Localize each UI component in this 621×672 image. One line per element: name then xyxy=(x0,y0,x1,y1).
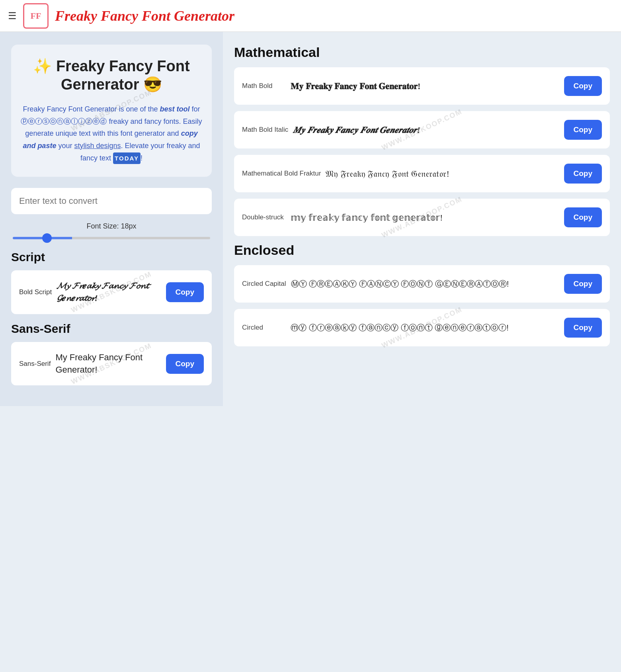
sans-serif-section-title: Sans-Serif xyxy=(11,322,212,336)
stylish-designs-link[interactable]: stylish designs xyxy=(74,142,121,150)
circled-capital-preview: ⓂⓎ ⒻⓇⒺⒶⓀⓎ ⒻⒶⓃⒸⓎ ⒻⓄⓃⓉ ⒼⒺⓃⒺⓇⒶⓉⓄⓇ! xyxy=(291,277,559,290)
math-bold-preview: 𝐌𝐲 𝐅𝐫𝐞𝐚𝐤𝐲 𝐅𝐚𝐧𝐜𝐲 𝐅𝐨𝐧𝐭 𝐆𝐞𝐧𝐞𝐫𝐚𝐭𝐨𝐫! xyxy=(291,80,559,93)
hero-description: Freaky Fancy Font Generator is one of th… xyxy=(21,103,202,164)
math-bold-italic-card: Math Bold Italic 𝑴𝒚 𝑭𝒓𝒆𝒂𝒌𝒚 𝑭𝒂𝒏𝒄𝒚 𝑭𝒐𝒏𝒕 𝑮𝒆… xyxy=(234,111,610,148)
hamburger-menu[interactable]: ☰ xyxy=(8,10,17,21)
math-bold-label: Math Bold xyxy=(242,82,286,90)
math-bold-fraktur-card: Mathematical Bold Fraktur 𝔐𝔶 𝔉𝔯𝔢𝔞𝔨𝔶 𝔉𝔞𝔫𝔠… xyxy=(234,155,610,192)
double-struck-card: Double-struck 𝕞𝕪 𝕗𝕣𝕖𝕒𝕜𝕪 𝕗𝕒𝕟𝕔𝕪 𝕗𝕠𝕟𝕥 𝕘𝕖𝕟𝕖𝕣… xyxy=(234,199,610,236)
hero-card: ✨ Freaky Fancy Font Gernerator 😎 Freaky … xyxy=(11,45,212,177)
bold-script-label: Bold Script xyxy=(19,288,52,296)
script-section-title: Script xyxy=(11,250,212,264)
math-bold-fraktur-preview: 𝔐𝔶 𝔉𝔯𝔢𝔞𝔨𝔶 𝔉𝔞𝔫𝔠𝔶 𝔉𝔬𝔫𝔱 𝔊𝔢𝔫𝔢𝔯𝔞𝔱𝔬𝔯! xyxy=(326,167,559,180)
text-input[interactable] xyxy=(19,196,204,206)
math-bold-italic-copy-button[interactable]: Copy xyxy=(564,120,602,140)
main-layout: ✨ Freaky Fancy Font Gernerator 😎 Freaky … xyxy=(0,32,621,406)
circled-capital-card: Circled Capital ⓂⓎ ⒻⓇⒺⒶⓀⓎ ⒻⒶⓃⒸⓎ ⒻⓄⓃⓉ ⒼⒺⓃ… xyxy=(234,265,610,303)
bold-script-copy-button[interactable]: Copy xyxy=(166,282,204,302)
input-area[interactable] xyxy=(11,188,212,214)
math-bold-fraktur-copy-button[interactable]: Copy xyxy=(564,164,602,184)
best-tool-text: best tool xyxy=(160,105,190,113)
double-struck-copy-button[interactable]: Copy xyxy=(564,207,602,227)
sans-serif-preview: My Freaky Fancy Font Generator! xyxy=(55,352,161,376)
logo-text: Freaky Fancy Font Generator xyxy=(55,8,234,24)
circled-label: Circled xyxy=(242,324,286,332)
left-column: ✨ Freaky Fancy Font Gernerator 😎 Freaky … xyxy=(0,32,223,406)
math-bold-fraktur-label: Mathematical Bold Fraktur xyxy=(242,170,321,178)
sans-serif-label: Sans-Serif xyxy=(19,360,51,368)
font-size-slider[interactable] xyxy=(13,237,210,239)
today-badge: TODAY xyxy=(113,152,141,164)
header: ☰ FF Freaky Fancy Font Generator xyxy=(0,0,621,32)
math-bold-italic-label: Math Bold Italic xyxy=(242,126,288,134)
hero-title: ✨ Freaky Fancy Font Gernerator 😎 xyxy=(21,57,202,94)
double-struck-preview: 𝕞𝕪 𝕗𝕣𝕖𝕒𝕜𝕪 𝕗𝕒𝕟𝕔𝕪 𝕗𝕠𝕟𝕥 𝕘𝕖𝕟𝕖𝕣𝕒𝕥𝕠𝕣! xyxy=(291,211,559,224)
logo-icon: FF xyxy=(23,3,49,29)
right-column: Mathematical Math Bold 𝐌𝐲 𝐅𝐫𝐞𝐚𝐤𝐲 𝐅𝐚𝐧𝐜𝐲 𝐅… xyxy=(223,32,621,406)
circled-capital-label: Circled Capital xyxy=(242,280,286,288)
math-bold-italic-preview: 𝑴𝒚 𝑭𝒓𝒆𝒂𝒌𝒚 𝑭𝒂𝒏𝒄𝒚 𝑭𝒐𝒏𝒕 𝑮𝒆𝒏𝒆𝒓𝒂𝒕𝒐𝒓! xyxy=(293,123,559,137)
math-bold-card: Math Bold 𝐌𝐲 𝐅𝐫𝐞𝐚𝐤𝐲 𝐅𝐚𝐧𝐜𝐲 𝐅𝐨𝐧𝐭 𝐆𝐞𝐧𝐞𝐫𝐚𝐭𝐨𝐫… xyxy=(234,67,610,105)
slider-wrapper[interactable] xyxy=(11,234,212,241)
bold-script-preview: 𝓜𝔂 𝓕𝓻𝒆𝓪𝓴𝔂 𝓕𝓪𝓷𝓬𝔂 𝓕𝓸𝓷𝓽 𝓖𝒆𝓷𝒆𝓻𝓪𝓽𝓸𝓻! xyxy=(57,280,161,305)
bold-script-card: Bold Script 𝓜𝔂 𝓕𝓻𝒆𝓪𝓴𝔂 𝓕𝓪𝓷𝓬𝔂 𝓕𝓸𝓷𝓽 𝓖𝒆𝓷𝒆𝓻𝓪𝓽… xyxy=(11,270,212,314)
double-struck-label: Double-struck xyxy=(242,213,286,221)
math-bold-copy-button[interactable]: Copy xyxy=(564,76,602,96)
sans-serif-copy-button[interactable]: Copy xyxy=(166,354,204,374)
circled-copy-button[interactable]: Copy xyxy=(564,318,602,338)
font-size-value: 18px xyxy=(121,222,137,230)
enclosed-section-title: Enclosed xyxy=(234,242,610,258)
sparkle-icon: ✨ xyxy=(33,58,52,74)
circled-card: Circled ⓜⓨ ⓕⓡⓔⓐⓚⓨ ⓕⓐⓝⓒⓨ ⓕⓞⓝⓣ ⓖⓔⓝⓔⓡⓐⓣⓞⓡ! … xyxy=(234,309,610,346)
circled-preview: ⓜⓨ ⓕⓡⓔⓐⓚⓨ ⓕⓐⓝⓒⓨ ⓕⓞⓝⓣ ⓖⓔⓝⓔⓡⓐⓣⓞⓡ! xyxy=(291,321,559,334)
font-size-label: Font Size: 18px xyxy=(11,222,212,231)
mathematical-section-title: Mathematical xyxy=(234,45,610,60)
sans-serif-card: Sans-Serif My Freaky Fancy Font Generato… xyxy=(11,342,212,386)
circled-capital-copy-button[interactable]: Copy xyxy=(564,274,602,294)
